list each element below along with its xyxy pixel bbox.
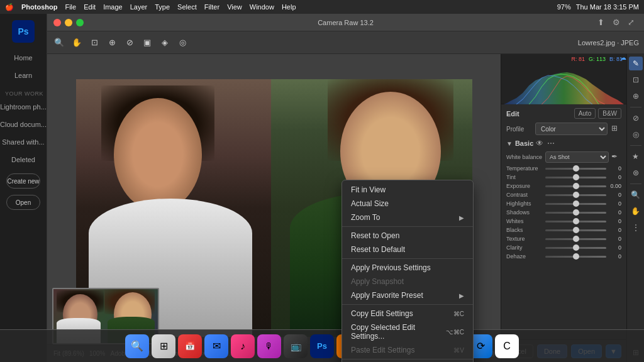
- range-tool[interactable]: ◈: [158, 36, 172, 50]
- slider-thumb-10[interactable]: [573, 253, 579, 260]
- menubar-image[interactable]: Image: [103, 3, 123, 11]
- cm-actual-size[interactable]: Actual Size: [342, 197, 473, 211]
- upload-icon[interactable]: ⬆: [597, 18, 608, 28]
- slider-thumb-6[interactable]: [573, 218, 579, 224]
- sidebar-cloud[interactable]: Cloud docum...: [0, 117, 47, 132]
- slider-thumb-1[interactable]: [573, 174, 579, 180]
- image-area[interactable]: Fit (89.6%) 100% Adobe RGB (1998) · 8 bi…: [47, 54, 501, 362]
- sidebar-shared[interactable]: Shared with...: [0, 134, 47, 150]
- cm-apply-previous[interactable]: Apply Previous Settings: [342, 261, 473, 275]
- open-button[interactable]: Open: [6, 195, 40, 210]
- slider-track-6[interactable]: [545, 221, 606, 222]
- more-tools-icon[interactable]: ⋮: [629, 221, 643, 234]
- presets-tool-icon[interactable]: ★: [629, 150, 643, 163]
- cm-copy-selected-shortcut: ⌥⌘C: [446, 329, 464, 336]
- slider-thumb-3[interactable]: [573, 192, 579, 198]
- create-new-button[interactable]: Create new: [6, 173, 40, 189]
- edit-tool-icon[interactable]: ✎: [629, 57, 643, 70]
- dock-mail[interactable]: ✉: [204, 334, 228, 358]
- zoom-tool[interactable]: 🔍: [52, 36, 66, 50]
- cm-copy-edit[interactable]: Copy Edit Settings ⌘C: [342, 307, 473, 321]
- snapshots-tool-icon[interactable]: ⊛: [629, 166, 643, 180]
- slider-thumb-5[interactable]: [573, 209, 579, 216]
- slider-track-5[interactable]: [545, 212, 606, 214]
- visibility-icon[interactable]: 👁: [536, 139, 543, 148]
- masking-tool-icon[interactable]: ⊘: [629, 111, 643, 125]
- gradient-tool[interactable]: ▣: [140, 36, 154, 50]
- menubar-window[interactable]: Window: [250, 3, 274, 11]
- bw-button[interactable]: B&W: [598, 108, 621, 119]
- slider-thumb-4[interactable]: [573, 200, 579, 207]
- auto-button[interactable]: Auto: [574, 108, 596, 119]
- wb-select[interactable]: As Shot: [545, 151, 609, 163]
- cloud-sync-icon[interactable]: ☁: [620, 54, 626, 61]
- cm-fit-in-view[interactable]: Fit in View: [342, 183, 473, 197]
- menubar-edit[interactable]: Edit: [84, 3, 96, 11]
- slider-track-1[interactable]: [545, 177, 606, 178]
- dock-tv[interactable]: 📺: [284, 334, 308, 358]
- sidebar-learn[interactable]: Learn: [0, 68, 47, 83]
- heal-tool-icon[interactable]: ⊕: [629, 89, 643, 103]
- cm-reset-default[interactable]: Reset to Default: [342, 243, 473, 256]
- profile-select[interactable]: Color: [535, 123, 608, 135]
- menubar-help[interactable]: Help: [282, 3, 296, 11]
- hand-tool[interactable]: ✋: [70, 36, 84, 50]
- dock-finder[interactable]: 🔍: [125, 334, 149, 358]
- hand-panel-icon[interactable]: ✋: [629, 204, 643, 218]
- slider-track-10[interactable]: [545, 256, 606, 258]
- cm-reset-open[interactable]: Reset to Open: [342, 229, 473, 243]
- sidebar-deleted[interactable]: Deleted: [0, 152, 47, 167]
- profile-grid-icon[interactable]: ⊞: [611, 124, 621, 134]
- menubar-view[interactable]: View: [227, 3, 242, 11]
- fullscreen-icon[interactable]: ⤢: [628, 18, 638, 28]
- slider-thumb-2[interactable]: [573, 183, 579, 189]
- brush-tool[interactable]: ⊘: [123, 36, 136, 50]
- dock-chrome[interactable]: C: [495, 334, 519, 358]
- slider-value-10: 0: [609, 253, 621, 260]
- cm-apply-favorite[interactable]: Apply Favorite Preset ▶: [342, 288, 473, 302]
- eyedropper-icon[interactable]: ✒: [611, 152, 621, 162]
- slider-track-7[interactable]: [545, 229, 606, 231]
- crop-tool-icon[interactable]: ⊡: [629, 73, 643, 87]
- dock-podcasts[interactable]: 🎙: [257, 334, 281, 358]
- redeye-tool-icon[interactable]: ◎: [629, 128, 643, 141]
- slider-thumb-8[interactable]: [573, 236, 579, 242]
- search-tool-icon[interactable]: 🔍: [629, 188, 643, 202]
- slider-thumb-0[interactable]: [573, 165, 579, 172]
- cm-divider-4: [342, 359, 473, 359]
- cm-divider-1: [342, 226, 473, 227]
- slider-track-9[interactable]: [545, 247, 606, 249]
- menubar-file[interactable]: File: [65, 3, 76, 11]
- slider-track-4[interactable]: [545, 203, 606, 205]
- sidebar-home[interactable]: Home: [0, 50, 47, 65]
- maximize-button[interactable]: [76, 19, 84, 26]
- settings-icon[interactable]: ⚙: [613, 18, 623, 28]
- menubar-photoshop[interactable]: Photoshop: [21, 3, 57, 11]
- more-options-icon[interactable]: ⋯: [547, 139, 555, 148]
- slider-track-8[interactable]: [545, 238, 606, 240]
- slider-track-3[interactable]: [545, 194, 606, 196]
- menubar-layer[interactable]: Layer: [130, 3, 148, 11]
- menubar-filter[interactable]: Filter: [204, 3, 219, 11]
- slider-track-2[interactable]: [545, 185, 606, 187]
- close-button[interactable]: [53, 19, 61, 26]
- dock-launchpad[interactable]: ⊞: [152, 334, 175, 358]
- dock-music[interactable]: ♪: [231, 334, 255, 358]
- apple-menu[interactable]: 🍎: [5, 3, 14, 11]
- panel-header-icons: 👁 ⋯: [536, 139, 555, 148]
- crop-tool[interactable]: ⊡: [87, 36, 101, 50]
- menubar-select[interactable]: Select: [177, 3, 197, 11]
- basic-chevron-icon[interactable]: ▼: [506, 140, 513, 147]
- heal-tool[interactable]: ⊕: [105, 36, 119, 50]
- menubar-type[interactable]: Type: [155, 3, 170, 11]
- slider-thumb-9[interactable]: [573, 244, 579, 251]
- slider-track-0[interactable]: [545, 168, 606, 170]
- cm-copy-selected[interactable]: Copy Selected Edit Settings... ⌥⌘C: [342, 321, 473, 343]
- dock-photoshop[interactable]: Ps: [310, 334, 334, 358]
- minimize-button[interactable]: [65, 19, 72, 26]
- redeye-tool[interactable]: ◎: [175, 36, 189, 50]
- cm-zoom-to[interactable]: Zoom To ▶: [342, 211, 473, 224]
- slider-thumb-7[interactable]: [573, 227, 579, 233]
- sidebar-lightroom[interactable]: Lightroom ph...: [0, 99, 47, 114]
- dock-calendar[interactable]: 📅: [178, 334, 202, 358]
